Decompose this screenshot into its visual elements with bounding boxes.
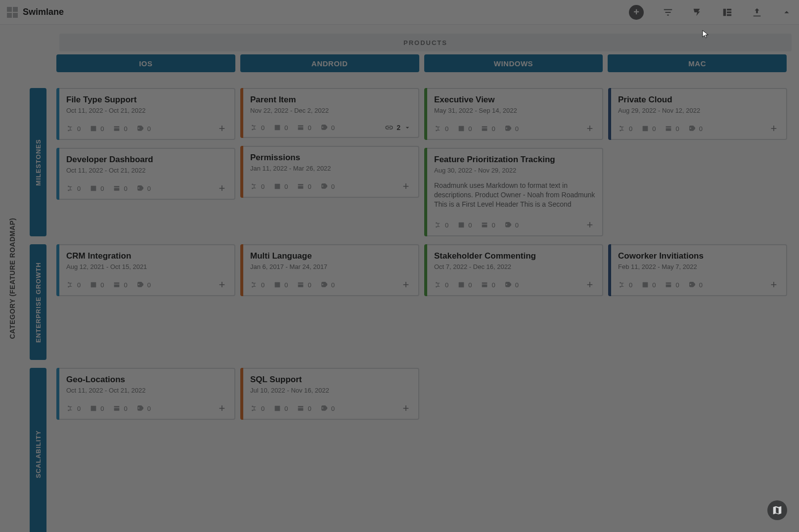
subitems-icon: 0 <box>434 125 448 133</box>
fields-icon: 0 <box>481 125 495 133</box>
tag-icon: 0 <box>504 221 519 229</box>
export-icon[interactable] <box>752 7 762 18</box>
card-dates: Aug 29, 2022 - Nov 12, 2022 <box>618 107 779 114</box>
card[interactable]: Executive ViewMay 31, 2022 - Sep 14, 202… <box>424 88 603 140</box>
card-dates: Oct 11, 2022 - Oct 21, 2022 <box>66 387 227 394</box>
tag-icon: 0 <box>320 182 335 190</box>
card[interactable]: Coworker InvitiationsFeb 11, 2022 - May … <box>608 244 787 296</box>
cursor-icon <box>701 30 710 39</box>
milestone-icon: 0 <box>273 182 288 190</box>
add-item-button[interactable]: + <box>629 5 644 20</box>
subitems-icon: 0 <box>618 125 632 133</box>
card[interactable]: SQL SupportJul 10, 2022 - Nov 16, 202200… <box>240 368 419 420</box>
layout-icon[interactable] <box>722 7 733 18</box>
subitems-icon: 0 <box>250 404 265 412</box>
card[interactable]: PermissionsJan 11, 2022 - Mar 26, 202200… <box>240 146 419 198</box>
card-title: Feature Prioritization Tracking <box>434 155 595 165</box>
column-header[interactable]: IOS <box>56 54 235 72</box>
lane-label[interactable]: MILESTONES <box>30 88 46 236</box>
fields-icon: 0 <box>113 125 127 133</box>
column-header[interactable]: WINDOWS <box>424 54 603 72</box>
filter-icon[interactable] <box>663 7 673 18</box>
milestone-icon: 0 <box>89 404 104 412</box>
lane-column: Stakeholder CommentingOct 7, 2022 - Dec … <box>424 244 603 360</box>
card-dates: Jul 10, 2022 - Nov 16, 2022 <box>250 387 411 394</box>
tag-icon: 0 <box>504 281 519 289</box>
tag-icon: 0 <box>688 125 703 133</box>
card[interactable]: Private CloudAug 29, 2022 - Nov 12, 2022… <box>608 88 787 140</box>
page-title: Swimlane <box>23 7 64 17</box>
fields-icon: 0 <box>481 221 495 229</box>
fields-icon: 0 <box>665 281 679 289</box>
card-dates: Nov 22, 2022 - Dec 2, 2022 <box>250 107 411 114</box>
column-header[interactable]: ANDROID <box>240 54 419 72</box>
card-footer: 0000+ <box>66 403 227 414</box>
card-footer: 00002 <box>250 123 411 132</box>
card-add-button[interactable]: + <box>584 123 595 134</box>
milestone-icon: 0 <box>89 184 104 192</box>
card[interactable]: Multi LanguageJan 6, 2017 - Mar 24, 2017… <box>240 244 419 296</box>
card[interactable]: CRM IntegrationAug 12, 2021 - Oct 15, 20… <box>56 244 235 296</box>
card-add-button[interactable]: + <box>584 220 595 230</box>
card-add-button[interactable]: + <box>400 279 411 290</box>
sort-icon[interactable] <box>692 7 703 18</box>
lane-column <box>608 368 787 532</box>
card-add-button[interactable]: + <box>768 123 779 134</box>
lane-column: File Type SupportOct 11, 2022 - Oct 21, … <box>56 88 235 236</box>
milestone-icon: 0 <box>641 281 656 289</box>
lane-column: Executive ViewMay 31, 2022 - Sep 14, 202… <box>424 88 603 236</box>
card-title: Parent Item <box>250 95 411 105</box>
card-title: Executive View <box>434 95 595 105</box>
card[interactable]: File Type SupportOct 11, 2022 - Oct 21, … <box>56 88 235 140</box>
card[interactable]: Stakeholder CommentingOct 7, 2022 - Dec … <box>424 244 603 296</box>
chevron-up-icon[interactable] <box>781 7 792 18</box>
view-switch-icon[interactable] <box>7 7 18 18</box>
card-add-button[interactable]: + <box>400 181 411 192</box>
fields-icon: 0 <box>113 404 127 412</box>
linked-items[interactable]: 2 <box>385 123 411 132</box>
card-title: Private Cloud <box>618 95 779 105</box>
card-title: Developer Dashboard <box>66 155 227 165</box>
card-add-button[interactable]: + <box>584 279 595 290</box>
fields-icon: 0 <box>665 125 679 133</box>
card[interactable]: Feature Prioritization TrackingAug 30, 2… <box>424 148 603 236</box>
card-add-button[interactable]: + <box>217 123 227 134</box>
card-add-button[interactable]: + <box>217 403 227 414</box>
lane-column: CRM IntegrationAug 12, 2021 - Oct 15, 20… <box>56 244 235 360</box>
milestone-icon: 0 <box>273 281 288 289</box>
column-header[interactable]: MAC <box>608 54 787 72</box>
fields-icon: 0 <box>481 281 495 289</box>
card-title: Multi Language <box>250 251 411 261</box>
card-footer: 0000+ <box>66 279 227 290</box>
milestone-icon: 0 <box>457 125 472 133</box>
fields-icon: 0 <box>297 182 311 190</box>
tag-icon: 0 <box>320 124 335 132</box>
card[interactable]: Developer DashboardOct 11, 2022 - Oct 21… <box>56 148 235 200</box>
tag-icon: 0 <box>136 184 151 192</box>
card-footer: 0000+ <box>434 123 595 134</box>
card-title: Stakeholder Commenting <box>434 251 595 261</box>
lane-label[interactable]: ENTERPRISE GROWTH <box>30 244 46 360</box>
card-add-button[interactable]: + <box>768 279 779 290</box>
card-title: Coworker Invitiations <box>618 251 779 261</box>
card-add-button[interactable]: + <box>217 279 227 290</box>
card-dates: Jan 6, 2017 - Mar 24, 2017 <box>250 263 411 270</box>
card[interactable]: Parent ItemNov 22, 2022 - Dec 2, 2022000… <box>240 88 419 138</box>
card-add-button[interactable]: + <box>400 403 411 414</box>
tag-icon: 0 <box>320 281 335 289</box>
map-fab[interactable] <box>767 500 787 520</box>
card-dates: Oct 7, 2022 - Dec 16, 2022 <box>434 263 595 270</box>
card-title: Permissions <box>250 153 411 163</box>
lane-label[interactable]: SCALABILITY <box>30 368 46 532</box>
milestone-icon: 0 <box>89 125 104 133</box>
card-dates: Aug 30, 2022 - Nov 29, 2022 <box>434 167 595 174</box>
subitems-icon: 0 <box>250 281 265 289</box>
card-add-button[interactable]: + <box>217 183 227 194</box>
card-description: Roadmunk uses Markdown to format text in… <box>434 181 595 211</box>
card-footer: 0000+ <box>66 183 227 194</box>
milestone-icon: 0 <box>89 281 104 289</box>
tag-icon: 0 <box>504 125 519 133</box>
card[interactable]: Geo-LocationsOct 11, 2022 - Oct 21, 2022… <box>56 368 235 420</box>
subitems-icon: 0 <box>66 404 81 412</box>
lane-column: Multi LanguageJan 6, 2017 - Mar 24, 2017… <box>240 244 419 360</box>
